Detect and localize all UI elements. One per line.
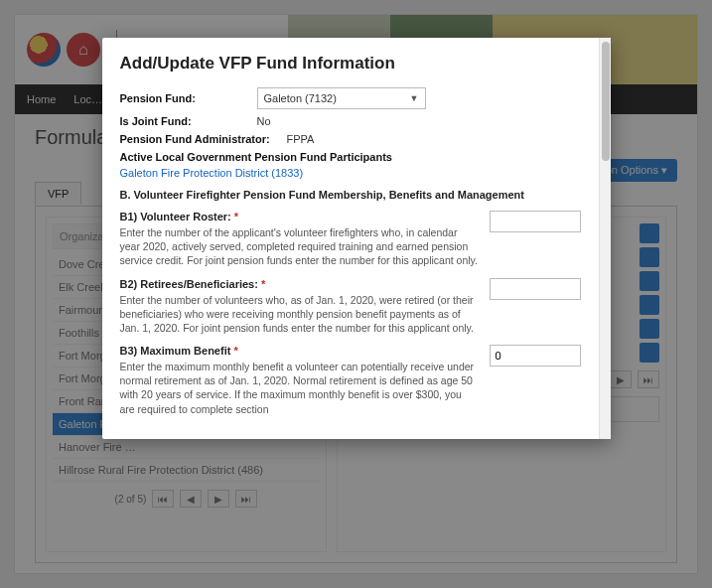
admin-value: FPPA (287, 133, 315, 145)
pension-fund-label: Pension Fund: (120, 92, 249, 104)
scrollbar-thumb[interactable] (602, 42, 610, 161)
pension-fund-row: Pension Fund: Galeton (7132) ▼ (120, 87, 581, 109)
is-joint-row: Is Joint Fund: No (120, 115, 581, 127)
admin-label: Pension Fund Administrator: (120, 133, 279, 145)
modal-title: Add/Update VFP Fund Information (120, 54, 581, 74)
modal-scrollbar[interactable] (599, 38, 611, 439)
modal-overlay: Add/Update VFP Fund Information Pension … (0, 0, 712, 588)
required-icon: * (234, 211, 238, 222)
vfp-fund-modal: Add/Update VFP Fund Information Pension … (102, 38, 611, 439)
modal-body: Add/Update VFP Fund Information Pension … (102, 38, 599, 439)
q1-input[interactable] (490, 211, 581, 232)
is-joint-label: Is Joint Fund: (120, 115, 249, 127)
pension-fund-value: Galeton (7132) (264, 92, 337, 104)
question-b2: B2) Retirees/Beneficiaries: * Enter the … (120, 278, 581, 336)
q2-input[interactable] (490, 278, 581, 300)
q1-label: B1) Volunteer Roster: (120, 211, 231, 222)
question-b3: B3) Maximum Benefit * Enter the maximum … (120, 345, 581, 416)
participant-link[interactable]: Galeton Fire Protection District (1833) (120, 167, 304, 179)
q3-input[interactable] (490, 345, 581, 367)
q1-help: Enter the number of the applicant's volu… (120, 225, 480, 268)
participants-header: Active Local Government Pension Fund Par… (120, 151, 581, 163)
admin-row: Pension Fund Administrator: FPPA (120, 133, 581, 145)
is-joint-value: No (257, 115, 271, 127)
q2-label: B2) Retirees/Beneficiaries: (120, 278, 258, 290)
pension-fund-select[interactable]: Galeton (7132) ▼ (257, 87, 426, 109)
required-icon: * (261, 278, 265, 290)
q3-label: B3) Maximum Benefit (120, 345, 231, 357)
chevron-down-icon: ▼ (410, 93, 419, 103)
section-b-title: B. Volunteer Firefighter Pension Fund Me… (120, 189, 581, 201)
q3-help: Enter the maximum monthly benefit a volu… (120, 360, 480, 416)
q2-help: Enter the number of volunteers who, as o… (120, 293, 480, 336)
question-b1: B1) Volunteer Roster: * Enter the number… (120, 211, 581, 268)
required-icon: * (233, 345, 237, 357)
